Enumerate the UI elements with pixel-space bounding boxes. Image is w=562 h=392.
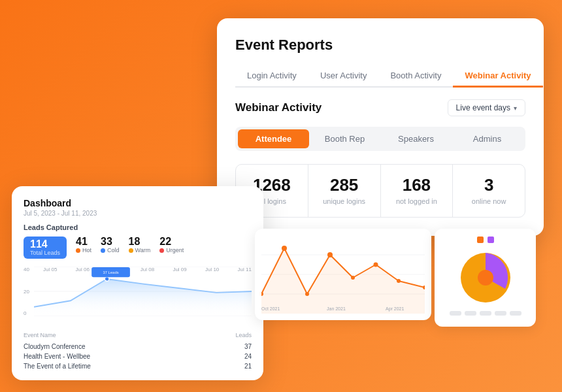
lpe-row-3: The Event of a Lifetime 21 <box>24 361 252 371</box>
svg-text:Oct 2021: Oct 2021 <box>261 306 280 311</box>
warm-dot <box>129 248 133 253</box>
lpe-event-2: Health Event - Wellbee <box>24 353 90 360</box>
stat-online-now: 3 online now <box>453 165 525 217</box>
lead-urgent: 22 Urgent <box>159 237 184 253</box>
pie-bar-3 <box>480 311 491 316</box>
sub-tab-booth-rep[interactable]: Booth Rep <box>309 129 380 148</box>
chevron-down-icon: ▾ <box>514 105 517 112</box>
svg-point-21 <box>478 270 493 286</box>
svg-point-15 <box>397 279 401 283</box>
stat-label-unique: unique logins <box>315 197 374 205</box>
stat-number-notlogged: 168 <box>388 176 446 193</box>
stat-number-online: 3 <box>459 176 518 193</box>
lpe-value-2: 24 <box>244 353 252 360</box>
pie-bars <box>450 311 521 316</box>
svg-point-3 <box>105 277 109 282</box>
stat-number-unique: 285 <box>315 176 374 193</box>
lpe-event-1: Cloudyrn Conference <box>24 343 86 350</box>
lpe-col-leads: Leads <box>235 332 252 338</box>
sub-tab-attendee[interactable]: Attendee <box>238 129 309 148</box>
tab-booth-activity[interactable]: Booth Activity <box>378 65 453 88</box>
section-header: Webinar Activity Live event days ▾ <box>235 99 525 116</box>
leads-title: Leads Captured <box>24 223 252 231</box>
stat-label-notlogged: not logged in <box>388 197 446 205</box>
y-axis-labels: 40 20 0 <box>24 267 33 316</box>
tabs-container: Login Activity User Activity Booth Activ… <box>235 65 525 88</box>
stat-unique-logins: 285 unique logins <box>308 165 381 217</box>
lead-num-hot: 41 <box>76 237 91 247</box>
urgent-dot <box>159 248 164 253</box>
lpe-row-2: Health Event - Wellbee 24 <box>24 351 252 361</box>
lpe-value-1: 37 <box>244 343 252 350</box>
lpe-header: Event Name Leads <box>24 332 252 338</box>
lead-sub-urgent: Urgent <box>159 247 184 253</box>
lpe-row-1: Cloudyrn Conference 37 <box>24 342 252 351</box>
leads-chart: 40 20 0 37 Leads J <box>24 267 252 325</box>
pie-bar-4 <box>495 311 506 316</box>
stats-row: 1268 All logins 285 unique logins 168 no… <box>235 164 525 218</box>
pie-bar-5 <box>510 311 521 316</box>
svg-point-11 <box>305 292 309 296</box>
lead-cold: 33 Cold <box>101 237 120 253</box>
event-reports-card: Event Reports Login Activity User Activi… <box>217 18 544 236</box>
dropdown-label: Live event days <box>456 103 510 112</box>
legend-orange <box>477 237 484 243</box>
leads-per-event: Event Name Leads Cloudyrn Conference 37 … <box>24 332 252 371</box>
sub-tab-admins[interactable]: Admins <box>452 129 523 148</box>
lead-num-cold: 33 <box>101 237 120 247</box>
lead-sub-cold: Cold <box>101 247 120 253</box>
lead-warm: 18 Warm <box>129 237 151 253</box>
chart-svg: 37 Leads <box>34 267 252 316</box>
pie-legend <box>477 237 494 243</box>
dashboard-title: Dashboard <box>24 198 252 208</box>
lead-num-urgent: 22 <box>159 237 184 247</box>
cold-dot <box>101 248 105 253</box>
line-chart-widget: Oct 2021 Jan 2021 Apr 2021 <box>255 229 431 320</box>
lead-total: 114 Total Leads <box>24 237 67 259</box>
lpe-value-3: 21 <box>244 363 252 370</box>
lead-sub-warm: Warm <box>129 247 151 253</box>
lead-hot: 41 Hot <box>76 237 91 253</box>
live-event-days-dropdown[interactable]: Live event days ▾ <box>448 99 525 116</box>
sub-tabs-container: Attendee Booth Rep Speakers Admins <box>235 127 525 151</box>
tab-user-activity[interactable]: User Activity <box>308 65 379 88</box>
svg-text:Apr 2021: Apr 2021 <box>386 306 405 312</box>
line-chart-svg: Oct 2021 Jan 2021 Apr 2021 <box>261 235 425 314</box>
lpe-col-event: Event Name <box>24 332 56 338</box>
tab-login-activity[interactable]: Login Activity <box>235 65 308 88</box>
hot-dot <box>76 248 80 253</box>
stat-label-online: online now <box>459 197 518 205</box>
lead-lbl-total: Total Leads <box>30 250 60 256</box>
lpe-event-3: The Event of a Lifetime <box>24 363 91 370</box>
pie-bar-1 <box>450 311 461 316</box>
sub-tab-speakers[interactable]: Speakers <box>380 129 452 148</box>
section-title: Webinar Activity <box>235 101 322 114</box>
pie-bar-2 <box>465 311 476 316</box>
dashboard-date: Jul 5, 2023 - Jul 11, 2023 <box>24 210 252 217</box>
svg-text:Jan 2021: Jan 2021 <box>327 306 346 311</box>
dashboard-card: Dashboard Jul 5, 2023 - Jul 11, 2023 Lea… <box>12 186 263 380</box>
svg-text:37 Leads: 37 Leads <box>103 270 118 274</box>
svg-point-13 <box>351 276 355 280</box>
lead-sub-hot: Hot <box>76 247 91 253</box>
svg-point-14 <box>374 263 378 267</box>
card-title: Event Reports <box>235 37 525 54</box>
lead-num-warm: 18 <box>129 237 151 247</box>
svg-point-10 <box>282 246 287 251</box>
stat-not-logged: 168 not logged in <box>381 165 454 217</box>
pie-svg <box>456 248 515 307</box>
svg-point-12 <box>327 252 333 257</box>
leads-row: 114 Total Leads 41 Hot 33 Cold 18 Warm <box>24 237 252 259</box>
legend-purple <box>488 237 494 243</box>
pie-chart-widget <box>435 229 536 327</box>
tab-webinar-activity[interactable]: Webinar Activity <box>453 65 542 88</box>
lead-num-total: 114 <box>30 239 60 250</box>
